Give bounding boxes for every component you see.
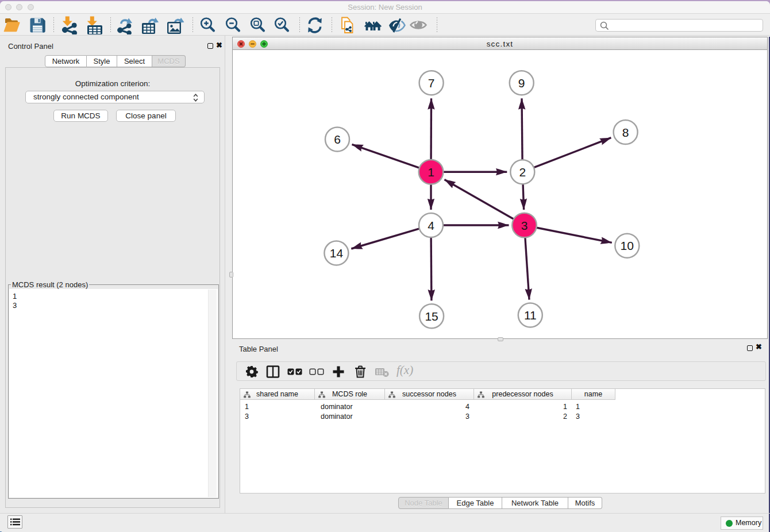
svg-text:1: 1 (428, 165, 434, 179)
svg-text:7: 7 (428, 76, 435, 90)
svg-text:6: 6 (334, 133, 341, 146)
svg-text:15: 15 (425, 310, 438, 323)
svg-text:14: 14 (330, 246, 344, 260)
svg-text:4: 4 (428, 219, 434, 232)
svg-text:9: 9 (518, 76, 525, 90)
svg-text:11: 11 (524, 309, 537, 322)
svg-text:8: 8 (622, 126, 629, 139)
svg-text:2: 2 (519, 165, 526, 179)
svg-text:10: 10 (621, 239, 634, 252)
svg-text:3: 3 (521, 219, 528, 232)
